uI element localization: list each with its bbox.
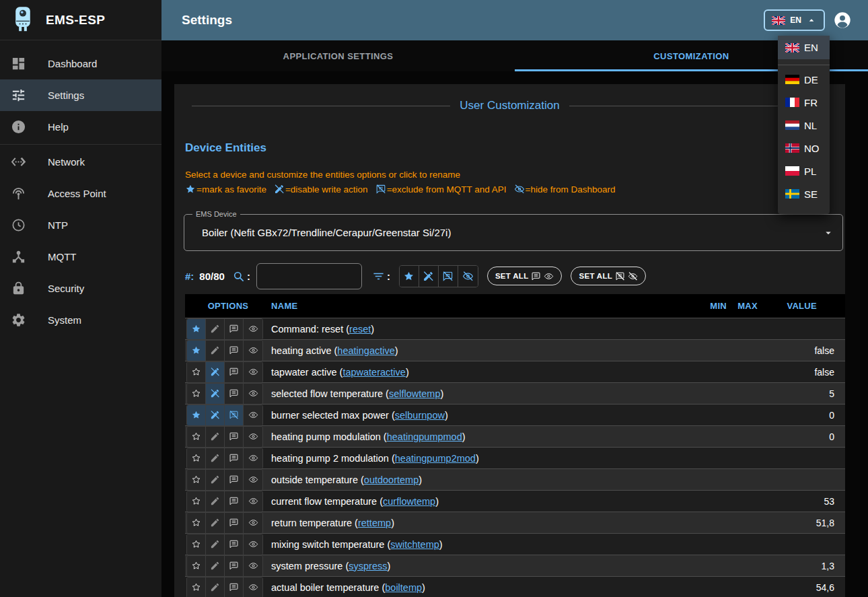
entity-code-link[interactable]: boiltemp <box>385 582 422 593</box>
entity-name[interactable]: mixing switch temperature (switchtemp) <box>271 539 696 550</box>
favorite-toggle-button[interactable] <box>187 556 206 576</box>
mqtt-exclude-toggle-button[interactable] <box>225 427 244 447</box>
entity-code-link[interactable]: heatingpumpmod <box>387 431 462 442</box>
favorite-toggle-button[interactable] <box>187 448 206 468</box>
entity-name[interactable]: Command: reset (reset) <box>271 324 696 335</box>
sidebar-item[interactable]: Security <box>0 273 161 304</box>
favorite-toggle-button[interactable] <box>187 384 206 404</box>
entity-code-link[interactable]: outdoortemp <box>364 475 419 485</box>
hide-toggle-button[interactable] <box>244 448 262 468</box>
mqtt-exclude-toggle-button[interactable] <box>225 405 244 425</box>
entity-name[interactable]: heating pump modulation (heatingpumpmod) <box>271 431 696 442</box>
mqtt-exclude-toggle-button[interactable] <box>225 534 244 555</box>
hide-toggle-button[interactable] <box>244 341 262 361</box>
mqtt-exclude-toggle-button[interactable] <box>225 319 244 339</box>
sidebar-item[interactable]: Network <box>0 146 161 178</box>
hide-toggle-button[interactable] <box>244 556 262 576</box>
favorite-toggle-button[interactable] <box>187 405 206 425</box>
mqtt-exclude-toggle-button[interactable] <box>225 470 244 490</box>
language-menu-item[interactable]: DE <box>778 68 830 91</box>
sidebar-item[interactable]: Access Point <box>0 178 161 209</box>
hide-toggle-button[interactable] <box>244 384 262 404</box>
filter-toggle-button[interactable] <box>400 266 419 287</box>
write-disable-toggle-button[interactable] <box>206 319 225 339</box>
language-menu-item[interactable]: PL <box>778 160 830 182</box>
set-all-button[interactable]: SET ALL <box>487 267 563 285</box>
sidebar-item[interactable]: Help <box>0 111 161 143</box>
mqtt-exclude-toggle-button[interactable] <box>225 362 244 382</box>
entity-name[interactable]: burner selected max power (selburnpow) <box>271 410 696 421</box>
hide-toggle-button[interactable] <box>244 470 262 490</box>
entity-name[interactable]: heating pump 2 modulation (heatingpump2m… <box>271 453 696 464</box>
hide-toggle-button[interactable] <box>244 577 262 597</box>
favorite-toggle-button[interactable] <box>187 491 206 512</box>
write-disable-toggle-button[interactable] <box>206 341 225 361</box>
favorite-toggle-button[interactable] <box>187 470 206 490</box>
search-input[interactable] <box>256 263 362 289</box>
sidebar-item[interactable]: Settings <box>0 79 161 111</box>
language-menu-item[interactable]: NO <box>778 137 830 160</box>
hide-toggle-button[interactable] <box>244 534 262 555</box>
language-menu-item[interactable]: SE <box>778 182 830 205</box>
entity-name[interactable]: tapwater active (tapwateractive) <box>271 367 696 378</box>
write-disable-toggle-button[interactable] <box>206 427 225 447</box>
mqtt-exclude-toggle-button[interactable] <box>225 341 244 361</box>
filter-toggle-button[interactable] <box>439 266 458 287</box>
entity-code-link[interactable]: tapwateractive <box>342 367 406 378</box>
favorite-toggle-button[interactable] <box>187 427 206 447</box>
ems-device-select[interactable]: EMS Device Boiler (Nefit GBx72/Trendline… <box>184 214 843 251</box>
write-disable-toggle-button[interactable] <box>206 384 225 404</box>
entity-code-link[interactable]: heatingactive <box>337 345 394 356</box>
hide-toggle-button[interactable] <box>244 362 262 382</box>
write-disable-toggle-button[interactable] <box>206 470 225 490</box>
entity-code-link[interactable]: selflowtemp <box>389 388 441 399</box>
entity-name[interactable]: system pressure (syspress) <box>271 561 696 571</box>
filter-toggle-button[interactable] <box>419 266 439 287</box>
favorite-toggle-button[interactable] <box>187 319 206 339</box>
write-disable-toggle-button[interactable] <box>206 362 225 382</box>
write-disable-toggle-button[interactable] <box>206 534 225 555</box>
favorite-toggle-button[interactable] <box>187 577 206 597</box>
favorite-toggle-button[interactable] <box>187 362 206 382</box>
entity-code-link[interactable]: curflowtemp <box>383 496 435 507</box>
entity-code-link[interactable]: rettemp <box>358 518 391 528</box>
write-disable-toggle-button[interactable] <box>206 513 225 533</box>
mqtt-exclude-toggle-button[interactable] <box>225 513 244 533</box>
hide-toggle-button[interactable] <box>244 405 262 425</box>
entity-name[interactable]: actual boiler temperature (boiltemp) <box>271 582 696 593</box>
hide-toggle-button[interactable] <box>244 319 262 339</box>
mqtt-exclude-toggle-button[interactable] <box>225 491 244 512</box>
hide-toggle-button[interactable] <box>244 491 262 512</box>
mqtt-exclude-toggle-button[interactable] <box>225 384 244 404</box>
hide-toggle-button[interactable] <box>244 427 262 447</box>
entity-code-link[interactable]: reset <box>349 324 371 335</box>
entity-code-link[interactable]: selburnpow <box>395 410 445 421</box>
mqtt-exclude-toggle-button[interactable] <box>225 577 244 597</box>
mqtt-exclude-toggle-button[interactable] <box>225 448 244 468</box>
favorite-toggle-button[interactable] <box>187 513 206 533</box>
hide-toggle-button[interactable] <box>244 513 262 533</box>
sidebar-item[interactable]: Dashboard <box>0 48 161 79</box>
entity-code-link[interactable]: switchtemp <box>390 539 439 550</box>
mqtt-exclude-toggle-button[interactable] <box>225 556 244 576</box>
filter-toggle-button[interactable] <box>458 266 478 287</box>
entity-code-link[interactable]: syspress <box>349 561 387 571</box>
sidebar-item[interactable]: System <box>0 304 161 336</box>
language-menu-item[interactable]: FR <box>778 91 830 114</box>
account-icon[interactable] <box>833 11 852 30</box>
write-disable-toggle-button[interactable] <box>206 577 225 597</box>
entity-name[interactable]: outside temperature (outdoortemp) <box>271 475 696 485</box>
set-all-button[interactable]: SET ALL <box>571 267 646 285</box>
entity-name[interactable]: selected flow temperature (selflowtemp) <box>271 388 696 399</box>
write-disable-toggle-button[interactable] <box>206 448 225 468</box>
entity-name[interactable]: current flow temperature (curflowtemp) <box>271 496 696 507</box>
tab[interactable]: APPLICATION SETTINGS <box>161 40 515 71</box>
write-disable-toggle-button[interactable] <box>206 556 225 576</box>
language-menu-item[interactable]: NL <box>778 114 830 137</box>
entity-code-link[interactable]: heatingpump2mod <box>395 453 476 464</box>
entity-name[interactable]: heating active (heatingactive) <box>271 345 696 356</box>
sidebar-item[interactable]: MQTT <box>0 241 161 273</box>
sidebar-item[interactable]: NTP <box>0 209 161 241</box>
write-disable-toggle-button[interactable] <box>206 491 225 512</box>
entity-name[interactable]: return temperature (rettemp) <box>271 518 696 528</box>
